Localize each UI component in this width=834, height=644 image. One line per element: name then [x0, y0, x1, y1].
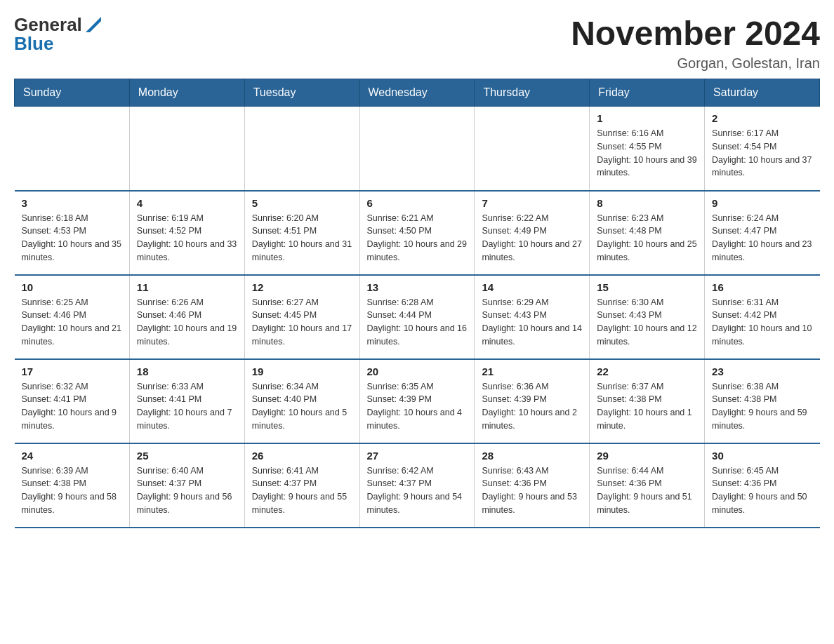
- weekday-header-wednesday: Wednesday: [359, 79, 475, 107]
- day-number: 24: [22, 450, 122, 462]
- day-number: 25: [137, 450, 237, 462]
- calendar-cell: [129, 107, 244, 191]
- day-info: Sunrise: 6:27 AM Sunset: 4:45 PM Dayligh…: [252, 296, 352, 349]
- weekday-header-sunday: Sunday: [15, 79, 130, 107]
- day-number: 22: [597, 365, 697, 377]
- calendar-cell: [475, 107, 590, 191]
- calendar-cell: 4Sunrise: 6:19 AM Sunset: 4:52 PM Daylig…: [129, 191, 244, 275]
- calendar-cell: 7Sunrise: 6:22 AM Sunset: 4:49 PM Daylig…: [475, 191, 590, 275]
- day-info: Sunrise: 6:29 AM Sunset: 4:43 PM Dayligh…: [482, 296, 582, 349]
- day-info: Sunrise: 6:40 AM Sunset: 4:37 PM Dayligh…: [137, 464, 237, 517]
- calendar-cell: [244, 107, 359, 191]
- day-info: Sunrise: 6:35 AM Sunset: 4:39 PM Dayligh…: [367, 380, 468, 433]
- day-number: 29: [597, 450, 697, 462]
- day-info: Sunrise: 6:17 AM Sunset: 4:54 PM Dayligh…: [712, 127, 812, 180]
- day-number: 5: [252, 197, 352, 209]
- calendar-cell: 10Sunrise: 6:25 AM Sunset: 4:46 PM Dayli…: [15, 275, 130, 359]
- calendar-cell: 29Sunrise: 6:44 AM Sunset: 4:36 PM Dayli…: [590, 443, 705, 528]
- day-info: Sunrise: 6:39 AM Sunset: 4:38 PM Dayligh…: [22, 464, 122, 517]
- day-number: 14: [482, 281, 582, 293]
- day-info: Sunrise: 6:32 AM Sunset: 4:41 PM Dayligh…: [22, 380, 122, 433]
- calendar-cell: 11Sunrise: 6:26 AM Sunset: 4:46 PM Dayli…: [129, 275, 244, 359]
- day-number: 1: [597, 112, 697, 124]
- day-info: Sunrise: 6:34 AM Sunset: 4:40 PM Dayligh…: [252, 380, 352, 433]
- day-number: 16: [712, 281, 812, 293]
- day-number: 9: [712, 197, 812, 209]
- calendar-week-row: 1Sunrise: 6:16 AM Sunset: 4:55 PM Daylig…: [15, 107, 820, 191]
- calendar-week-row: 24Sunrise: 6:39 AM Sunset: 4:38 PM Dayli…: [15, 443, 820, 528]
- calendar-week-row: 17Sunrise: 6:32 AM Sunset: 4:41 PM Dayli…: [15, 359, 820, 443]
- calendar-table: SundayMondayTuesdayWednesdayThursdayFrid…: [14, 79, 820, 528]
- calendar-cell: 5Sunrise: 6:20 AM Sunset: 4:51 PM Daylig…: [244, 191, 359, 275]
- calendar-cell: 26Sunrise: 6:41 AM Sunset: 4:37 PM Dayli…: [244, 443, 359, 528]
- calendar-title: November 2024: [571, 14, 820, 53]
- day-info: Sunrise: 6:23 AM Sunset: 4:48 PM Dayligh…: [597, 212, 697, 264]
- day-info: Sunrise: 6:16 AM Sunset: 4:55 PM Dayligh…: [597, 127, 697, 180]
- day-info: Sunrise: 6:44 AM Sunset: 4:36 PM Dayligh…: [597, 464, 697, 517]
- logo-blue-text: Blue: [14, 33, 53, 55]
- calendar-cell: 13Sunrise: 6:28 AM Sunset: 4:44 PM Dayli…: [359, 275, 475, 359]
- calendar-cell: 1Sunrise: 6:16 AM Sunset: 4:55 PM Daylig…: [590, 107, 705, 191]
- day-info: Sunrise: 6:20 AM Sunset: 4:51 PM Dayligh…: [252, 212, 352, 264]
- day-info: Sunrise: 6:31 AM Sunset: 4:42 PM Dayligh…: [712, 296, 812, 349]
- day-number: 12: [252, 281, 352, 293]
- page-header: General Blue November 2024 Gorgan, Goles…: [14, 14, 820, 72]
- weekday-header-monday: Monday: [129, 79, 244, 107]
- day-number: 27: [367, 450, 468, 462]
- calendar-cell: 24Sunrise: 6:39 AM Sunset: 4:38 PM Dayli…: [15, 443, 130, 528]
- day-number: 3: [22, 197, 122, 209]
- day-info: Sunrise: 6:19 AM Sunset: 4:52 PM Dayligh…: [137, 212, 237, 264]
- calendar-cell: 16Sunrise: 6:31 AM Sunset: 4:42 PM Dayli…: [705, 275, 820, 359]
- day-number: 6: [367, 197, 468, 209]
- day-number: 13: [367, 281, 468, 293]
- day-info: Sunrise: 6:37 AM Sunset: 4:38 PM Dayligh…: [597, 380, 697, 433]
- day-info: Sunrise: 6:36 AM Sunset: 4:39 PM Dayligh…: [482, 380, 582, 433]
- calendar-cell: 15Sunrise: 6:30 AM Sunset: 4:43 PM Dayli…: [590, 275, 705, 359]
- day-number: 19: [252, 365, 352, 377]
- calendar-cell: 3Sunrise: 6:18 AM Sunset: 4:53 PM Daylig…: [15, 191, 130, 275]
- calendar-cell: 8Sunrise: 6:23 AM Sunset: 4:48 PM Daylig…: [590, 191, 705, 275]
- weekday-header-thursday: Thursday: [475, 79, 590, 107]
- day-number: 30: [712, 450, 812, 462]
- day-info: Sunrise: 6:26 AM Sunset: 4:46 PM Dayligh…: [137, 296, 237, 349]
- logo: General Blue: [14, 14, 101, 55]
- day-info: Sunrise: 6:41 AM Sunset: 4:37 PM Dayligh…: [252, 464, 352, 517]
- day-number: 11: [137, 281, 237, 293]
- calendar-cell: 20Sunrise: 6:35 AM Sunset: 4:39 PM Dayli…: [359, 359, 475, 443]
- day-info: Sunrise: 6:30 AM Sunset: 4:43 PM Dayligh…: [597, 296, 697, 349]
- day-info: Sunrise: 6:38 AM Sunset: 4:38 PM Dayligh…: [712, 380, 812, 433]
- day-number: 17: [22, 365, 122, 377]
- day-info: Sunrise: 6:43 AM Sunset: 4:36 PM Dayligh…: [482, 464, 582, 517]
- day-info: Sunrise: 6:21 AM Sunset: 4:50 PM Dayligh…: [367, 212, 468, 264]
- day-info: Sunrise: 6:18 AM Sunset: 4:53 PM Dayligh…: [22, 212, 122, 264]
- day-info: Sunrise: 6:22 AM Sunset: 4:49 PM Dayligh…: [482, 212, 582, 264]
- day-number: 23: [712, 365, 812, 377]
- calendar-cell: 25Sunrise: 6:40 AM Sunset: 4:37 PM Dayli…: [129, 443, 244, 528]
- weekday-header-friday: Friday: [590, 79, 705, 107]
- weekday-header-row: SundayMondayTuesdayWednesdayThursdayFrid…: [15, 79, 820, 107]
- calendar-cell: 18Sunrise: 6:33 AM Sunset: 4:41 PM Dayli…: [129, 359, 244, 443]
- calendar-cell: 6Sunrise: 6:21 AM Sunset: 4:50 PM Daylig…: [359, 191, 475, 275]
- logo-triangle-icon: [86, 17, 101, 32]
- weekday-header-saturday: Saturday: [705, 79, 820, 107]
- day-number: 18: [137, 365, 237, 377]
- calendar-cell: 12Sunrise: 6:27 AM Sunset: 4:45 PM Dayli…: [244, 275, 359, 359]
- calendar-cell: 19Sunrise: 6:34 AM Sunset: 4:40 PM Dayli…: [244, 359, 359, 443]
- weekday-header-tuesday: Tuesday: [244, 79, 359, 107]
- day-info: Sunrise: 6:45 AM Sunset: 4:36 PM Dayligh…: [712, 464, 812, 517]
- calendar-cell: 17Sunrise: 6:32 AM Sunset: 4:41 PM Dayli…: [15, 359, 130, 443]
- day-info: Sunrise: 6:28 AM Sunset: 4:44 PM Dayligh…: [367, 296, 468, 349]
- calendar-cell: 23Sunrise: 6:38 AM Sunset: 4:38 PM Dayli…: [705, 359, 820, 443]
- day-info: Sunrise: 6:33 AM Sunset: 4:41 PM Dayligh…: [137, 380, 237, 433]
- calendar-cell: 30Sunrise: 6:45 AM Sunset: 4:36 PM Dayli…: [705, 443, 820, 528]
- calendar-cell: 2Sunrise: 6:17 AM Sunset: 4:54 PM Daylig…: [705, 107, 820, 191]
- title-section: November 2024 Gorgan, Golestan, Iran: [571, 14, 820, 72]
- day-number: 20: [367, 365, 468, 377]
- calendar-cell: 9Sunrise: 6:24 AM Sunset: 4:47 PM Daylig…: [705, 191, 820, 275]
- calendar-week-row: 10Sunrise: 6:25 AM Sunset: 4:46 PM Dayli…: [15, 275, 820, 359]
- day-number: 10: [22, 281, 122, 293]
- day-number: 7: [482, 197, 582, 209]
- day-number: 15: [597, 281, 697, 293]
- calendar-cell: 21Sunrise: 6:36 AM Sunset: 4:39 PM Dayli…: [475, 359, 590, 443]
- day-number: 26: [252, 450, 352, 462]
